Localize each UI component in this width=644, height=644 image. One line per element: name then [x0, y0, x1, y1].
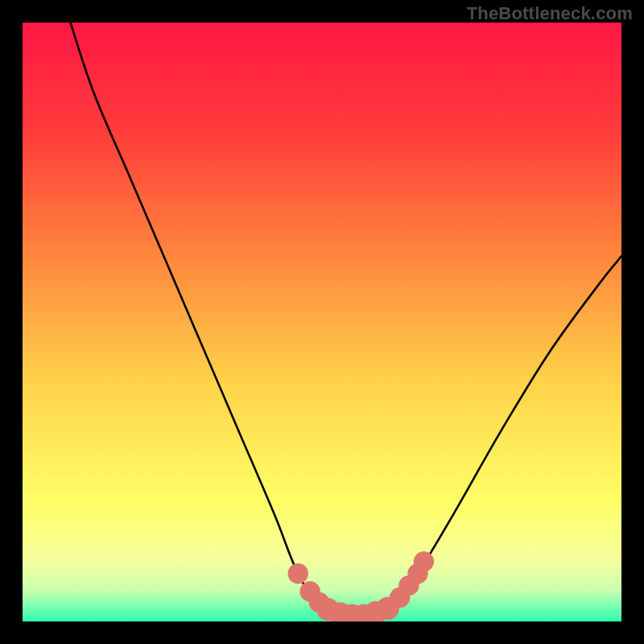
data-marker: [288, 564, 308, 584]
bottleneck-chart: [23, 23, 621, 621]
watermark-text: TheBottleneck.com: [467, 3, 633, 24]
plot-area: [23, 23, 621, 621]
chart-frame: TheBottleneck.com: [0, 0, 644, 644]
data-marker: [414, 551, 434, 572]
gradient-background: [23, 23, 621, 621]
